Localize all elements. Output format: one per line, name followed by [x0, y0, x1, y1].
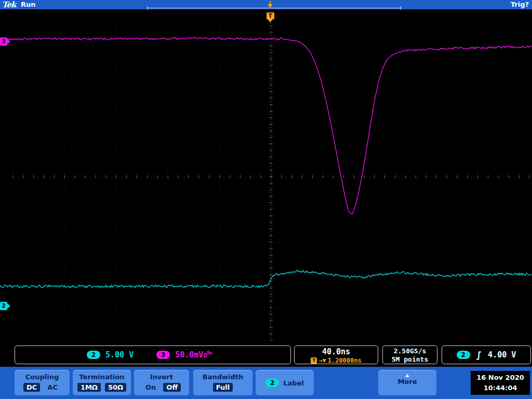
graticule — [0, 9, 532, 344]
waveform-display — [0, 9, 532, 344]
channel3-bandwidth-flag: Bw — [207, 351, 212, 355]
invert-option-on[interactable]: On — [142, 383, 159, 392]
termination-button[interactable]: Termination 1MΩ 50Ω — [73, 370, 131, 396]
acquisition-status: Run — [21, 1, 36, 8]
trigger-slope-icon: ∫ — [476, 350, 482, 360]
trigger-indicator[interactable]: T — [267, 12, 274, 19]
tek-logo: Tek — [2, 0, 16, 9]
channel2-badge: 2 — [87, 351, 100, 359]
channel3-scale: 50.0mVΩBw — [175, 350, 212, 360]
trigger-delay-readout: T →▼ 1.20000ns — [295, 357, 378, 364]
time-text: 10:44:04 — [471, 383, 530, 393]
invert-title: Invert — [134, 373, 189, 381]
sample-rate: 2.50GS/s — [383, 347, 437, 355]
oscilloscope-screen: { "top_bar": { "logo": "Tek", "status": … — [0, 0, 532, 399]
timebase-readout: 40.0ns T →▼ 1.20000ns — [294, 345, 378, 364]
acquisition-readout: 2.50GS/s 5M points — [382, 345, 437, 364]
trigger-delay-value: 1.20000ns — [328, 357, 362, 364]
top-bar: Tek Run Trig? — [0, 0, 532, 9]
record-length: 5M points — [383, 355, 437, 364]
invert-option-off[interactable]: Off — [163, 383, 181, 392]
channel2-trace — [0, 270, 531, 287]
trigger-level: 4.00 V — [488, 350, 516, 360]
label-channel-badge: 2 — [265, 379, 279, 387]
more-button-text: More — [378, 378, 436, 385]
label-button-text: Label — [283, 379, 304, 387]
termination-option-50ohm[interactable]: 50Ω — [105, 383, 126, 392]
bottom-menu-bar: Coupling DC AC Termination 1MΩ 50Ω Inver… — [0, 367, 532, 399]
date-text: 16 Nov 2020 — [471, 373, 530, 383]
trigger-delay-arrow: →▼ — [318, 357, 326, 364]
trigger-source-badge: 2 — [457, 351, 470, 359]
bandwidth-value[interactable]: Full — [213, 383, 233, 392]
datetime-display: 16 Nov 2020 10:44:04 — [471, 371, 530, 395]
trigger-delay-icon: T — [311, 357, 317, 364]
trigger-position-arrow[interactable] — [268, 1, 273, 8]
coupling-option-ac[interactable]: AC — [44, 383, 61, 392]
termination-title: Termination — [73, 373, 131, 381]
channel3-scale-value: 50.0mV — [175, 350, 203, 360]
channel3-badge: 3 — [156, 351, 170, 359]
channel3-marker-label: 3 — [2, 38, 6, 45]
bandwidth-title: Bandwidth — [193, 373, 252, 381]
trigger-indicator-label: T — [269, 13, 272, 19]
coupling-button[interactable]: Coupling DC AC — [15, 370, 70, 396]
coupling-title: Coupling — [15, 373, 70, 381]
channel3-impedance: Ω — [203, 352, 207, 359]
bandwidth-button[interactable]: Bandwidth Full — [193, 370, 252, 396]
trigger-status: Trig? — [511, 1, 529, 8]
invert-button[interactable]: Invert On Off — [134, 370, 189, 396]
channel2-marker-label: 2 — [2, 302, 6, 309]
trigger-arrow-tip — [268, 4, 273, 8]
coupling-option-dc[interactable]: DC — [23, 383, 40, 392]
readout-bar: 2 5.00 V 3 50.0mVΩBw 40.0ns T →▼ 1.20000… — [0, 344, 532, 367]
channel2-scale: 5.00 V — [105, 350, 134, 360]
label-button[interactable]: 2 Label — [256, 370, 314, 396]
more-up-icon: ▲ — [378, 373, 436, 378]
channel2-marker[interactable]: 2 — [0, 302, 7, 310]
timebase-value: 40.0ns — [295, 347, 378, 356]
acquisition-overview-bar — [147, 8, 401, 8]
termination-option-1mohm[interactable]: 1MΩ — [77, 383, 101, 392]
channel3-marker[interactable]: 3 — [0, 37, 7, 46]
channel3-trace — [0, 37, 531, 214]
channel-readouts: 2 5.00 V 3 50.0mVΩBw — [15, 345, 291, 364]
more-button[interactable]: ▲ More — [378, 370, 436, 396]
trigger-readout: 2 ∫ 4.00 V — [442, 345, 531, 364]
